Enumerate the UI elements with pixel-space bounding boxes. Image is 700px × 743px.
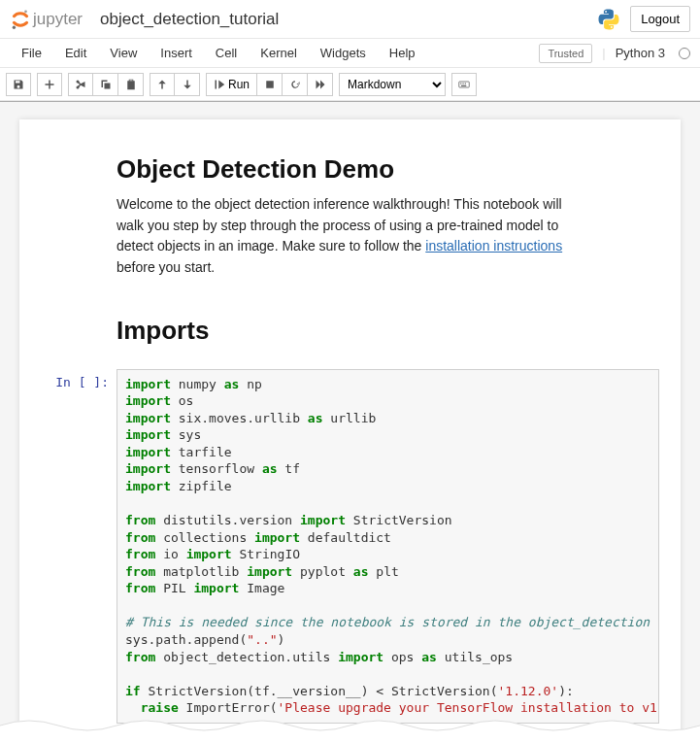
plus-icon bbox=[44, 79, 55, 90]
scissors-icon bbox=[75, 79, 86, 90]
cell-type-select[interactable]: Markdown bbox=[339, 73, 446, 96]
markdown-cell[interactable]: Imports bbox=[19, 294, 681, 359]
paste-icon bbox=[125, 79, 137, 90]
menu-help[interactable]: Help bbox=[378, 40, 427, 66]
restart-button[interactable] bbox=[283, 73, 308, 96]
arrow-down-icon bbox=[182, 79, 193, 90]
kernel-name[interactable]: Python 3 bbox=[616, 46, 669, 60]
toolbar: Run Markdown bbox=[0, 68, 700, 101]
interrupt-button[interactable] bbox=[257, 73, 283, 96]
heading-h1: Imports bbox=[117, 316, 583, 346]
kernel-status-icon bbox=[679, 48, 690, 59]
python-icon bbox=[597, 8, 620, 31]
command-palette-button[interactable] bbox=[451, 73, 477, 96]
move-down-button[interactable] bbox=[175, 73, 200, 96]
run-icon bbox=[214, 79, 225, 90]
installation-link[interactable]: installation instructions bbox=[425, 238, 562, 253]
copy-button[interactable] bbox=[93, 73, 118, 96]
arrow-up-icon bbox=[156, 79, 168, 90]
paste-button[interactable] bbox=[118, 73, 144, 96]
restart-icon bbox=[289, 79, 301, 90]
svg-rect-5 bbox=[463, 83, 464, 84]
paragraph: Welcome to the object detection inferenc… bbox=[117, 194, 583, 279]
notebook-name[interactable]: object_detection_tutorial bbox=[100, 10, 279, 29]
menu-file[interactable]: File bbox=[10, 40, 53, 66]
menu-insert[interactable]: Insert bbox=[149, 40, 204, 66]
restart-run-all-button[interactable] bbox=[308, 73, 333, 96]
menu-widgets[interactable]: Widgets bbox=[309, 40, 378, 66]
svg-point-0 bbox=[24, 10, 27, 13]
fast-forward-icon bbox=[315, 79, 326, 90]
menu-view[interactable]: View bbox=[98, 40, 149, 66]
svg-rect-4 bbox=[460, 83, 461, 84]
input-prompt: In [ ]: bbox=[27, 369, 117, 724]
trusted-indicator[interactable]: Trusted bbox=[539, 44, 592, 63]
jupyter-logo-icon bbox=[10, 9, 31, 30]
keyboard-icon bbox=[458, 79, 470, 90]
menu-kernel[interactable]: Kernel bbox=[249, 40, 309, 66]
insert-cell-button[interactable] bbox=[37, 73, 62, 96]
menubar: File Edit View Insert Cell Kernel Widget… bbox=[0, 39, 700, 68]
menu-cell[interactable]: Cell bbox=[204, 40, 249, 66]
cut-button[interactable] bbox=[68, 73, 93, 96]
notebook: Object Detection Demo Welcome to the obj… bbox=[19, 119, 681, 737]
save-icon bbox=[13, 79, 24, 90]
code-cell[interactable]: In [ ]: import numpy as np import os imp… bbox=[19, 365, 681, 727]
svg-rect-7 bbox=[461, 84, 466, 85]
jupyter-logo[interactable]: jupyter bbox=[10, 9, 83, 30]
notebook-scroll-area[interactable]: Object Detection Demo Welcome to the obj… bbox=[0, 101, 700, 743]
stop-icon bbox=[264, 79, 276, 90]
markdown-cell[interactable]: Object Detection Demo Welcome to the obj… bbox=[19, 133, 681, 288]
header: jupyter object_detection_tutorial Logout bbox=[0, 0, 700, 39]
run-label: Run bbox=[228, 78, 250, 91]
svg-point-1 bbox=[13, 25, 16, 28]
save-button[interactable] bbox=[6, 73, 31, 96]
logout-button[interactable]: Logout bbox=[630, 6, 690, 32]
run-button[interactable]: Run bbox=[206, 73, 257, 96]
copy-icon bbox=[100, 79, 112, 90]
svg-rect-3 bbox=[459, 82, 470, 87]
svg-rect-2 bbox=[266, 81, 274, 88]
logo-text: jupyter bbox=[33, 10, 83, 29]
move-up-button[interactable] bbox=[150, 73, 175, 96]
svg-rect-6 bbox=[465, 83, 466, 84]
code-input-area[interactable]: import numpy as np import os import six.… bbox=[117, 369, 659, 724]
heading-h1: Object Detection Demo bbox=[117, 154, 583, 185]
menu-edit[interactable]: Edit bbox=[53, 40, 98, 66]
